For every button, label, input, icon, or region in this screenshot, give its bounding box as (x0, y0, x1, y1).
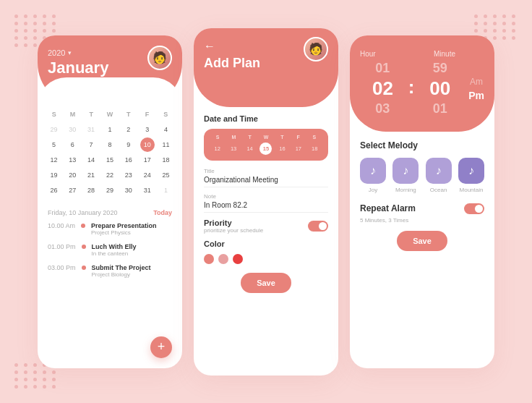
melody-icon-ocean[interactable]: ♪ (426, 158, 452, 184)
ampm-column: Am Pm (468, 77, 484, 101)
minute-00[interactable]: 00 (429, 77, 450, 100)
alarm-toggle[interactable] (464, 203, 484, 214)
priority-toggle[interactable] (308, 221, 328, 232)
add-plan-body: Date and Time S M T W T F S 12 13 14 15 … (194, 107, 338, 376)
hour-03[interactable]: 03 (375, 101, 390, 117)
time-card: Hour Minute 01 02 03 : 59 00 01 Am Pm Se… (350, 35, 494, 368)
melody-icon-mountain[interactable]: ♪ (458, 158, 484, 184)
time-header: Hour Minute 01 02 03 : 59 00 01 Am Pm (350, 35, 494, 132)
event-dot (82, 266, 86, 270)
pm-option[interactable]: Pm (468, 90, 484, 101)
event-info: Submit The Project Project Biology (92, 264, 172, 278)
melody-icon-morning[interactable]: ♪ (392, 158, 419, 184)
mini-cal-dow: S M T W T F S (210, 135, 322, 140)
event-subtitle: In the canteen (92, 250, 172, 257)
calendar-card: 2020 ▾ January 🧑 S M T W T F S 29 30 31 … (38, 35, 182, 368)
event-subtitle: Project Physics (91, 229, 172, 236)
chevron-down-icon: ▾ (68, 49, 72, 56)
priority-info: Priority prioritize your schedule (204, 219, 263, 234)
melody-options: ♪ Joy ♪ Morning ♪ Ocean ♪ Mountain (360, 158, 484, 193)
color-option-darkred[interactable] (233, 254, 243, 264)
priority-sub: prioritize your schedule (204, 227, 263, 234)
date-text: Friday, 10 January 2020 (48, 209, 117, 216)
time-separator: : (408, 76, 415, 101)
event-info: Luch With Elly In the canteen (92, 243, 172, 257)
event-time: 03.00 Pm (48, 264, 76, 271)
calendar-header: 2020 ▾ January 🧑 (38, 35, 182, 106)
melody-title: Select Melody (360, 140, 484, 150)
alarm-save-button[interactable]: Save (397, 231, 447, 251)
title-value[interactable]: Organizational Meeting (204, 176, 328, 187)
melody-label-morning: Morning (395, 187, 416, 193)
note-label: Note (204, 193, 328, 200)
title-label: Title (204, 168, 328, 174)
event-title: Submit The Project (92, 264, 172, 271)
add-plan-header: ← Add Plan 🧑 (194, 28, 338, 107)
event-info: Prepare Presentation Project Physics (91, 222, 172, 236)
days-grid: 29 30 31 1 2 3 4 5 6 7 8 9 10 11 12 13 1… (45, 122, 175, 198)
event-time: 01.00 Pm (48, 243, 76, 250)
melody-icon-joy[interactable]: ♪ (360, 158, 386, 184)
priority-label: Priority (204, 219, 263, 227)
minute-59[interactable]: 59 (433, 61, 447, 77)
color-option-red[interactable] (204, 254, 214, 264)
hour-label: Hour (360, 50, 376, 58)
minute-01[interactable]: 01 (433, 101, 447, 117)
avatar: 🧑 (147, 46, 172, 70)
hour-01[interactable]: 01 (375, 61, 390, 77)
avatar: 🧑 (304, 37, 328, 61)
days-of-week: S M T W T F S (45, 109, 175, 119)
melody-joy: ♪ Joy (360, 158, 386, 193)
alarm-subtitle: 5 Minutes, 3 Times (360, 217, 484, 224)
event-item: 01.00 Pm Luch With Elly In the canteen (48, 243, 172, 257)
time-labels: Hour Minute (360, 50, 484, 58)
minute-label: Minute (434, 50, 455, 58)
event-subtitle: Project Biology (92, 271, 172, 278)
minutes-column: 59 00 01 (417, 61, 463, 117)
title-field: Title Organizational Meeting (204, 168, 328, 187)
datetime-section-title: Date and Time (204, 114, 328, 123)
repeat-alarm-row: Repeat Alarm (360, 203, 484, 214)
event-dot (82, 245, 86, 249)
mini-calendar: S M T W T F S 12 13 14 15 16 17 18 (204, 129, 328, 161)
event-title: Prepare Presentation (91, 222, 172, 229)
back-button[interactable]: ← (204, 40, 215, 53)
melody-label-mountain: Mountain (460, 187, 484, 193)
time-body: Select Melody ♪ Joy ♪ Morning ♪ Ocean ♪ … (350, 132, 494, 368)
priority-row: Priority prioritize your schedule (204, 219, 328, 234)
melody-label-ocean: Ocean (430, 187, 447, 193)
color-label-row: Color (204, 239, 328, 248)
calendar-grid: S M T W T F S 29 30 31 1 2 3 4 5 6 7 8 9… (38, 106, 182, 203)
date-label-row: Friday, 10 January 2020 Today (48, 209, 172, 216)
melody-morning: ♪ Morning (392, 158, 419, 193)
color-option-pink[interactable] (218, 254, 228, 264)
mini-cal-days: 12 13 14 15 16 17 18 (210, 143, 322, 155)
melody-label-joy: Joy (369, 187, 377, 193)
melody-mountain: ♪ Mountain (458, 158, 484, 193)
am-option[interactable]: Am (470, 77, 483, 87)
event-title: Luch With Elly (92, 243, 172, 250)
event-time: 10.00 Am (48, 222, 75, 229)
add-event-button[interactable]: + (150, 336, 172, 358)
today-button[interactable]: Today (153, 209, 172, 216)
add-plan-card: ← Add Plan 🧑 Date and Time S M T W T F S… (194, 28, 338, 376)
note-field: Note In Room 82.2 (204, 193, 328, 213)
event-dot (81, 224, 85, 228)
color-selector (204, 254, 328, 264)
note-value[interactable]: In Room 82.2 (204, 201, 328, 213)
event-item: 03.00 Pm Submit The Project Project Biol… (48, 264, 172, 278)
color-label: Color (204, 239, 225, 248)
hours-column: 01 02 03 (360, 61, 406, 117)
melody-ocean: ♪ Ocean (426, 158, 452, 193)
time-scroll: 01 02 03 : 59 00 01 Am Pm (360, 61, 484, 117)
event-item: 10.00 Am Prepare Presentation Project Ph… (48, 222, 172, 236)
alarm-title: Repeat Alarm (360, 203, 416, 213)
year-label: 2020 (48, 48, 65, 57)
hour-02[interactable]: 02 (372, 77, 393, 100)
save-button[interactable]: Save (241, 273, 291, 293)
